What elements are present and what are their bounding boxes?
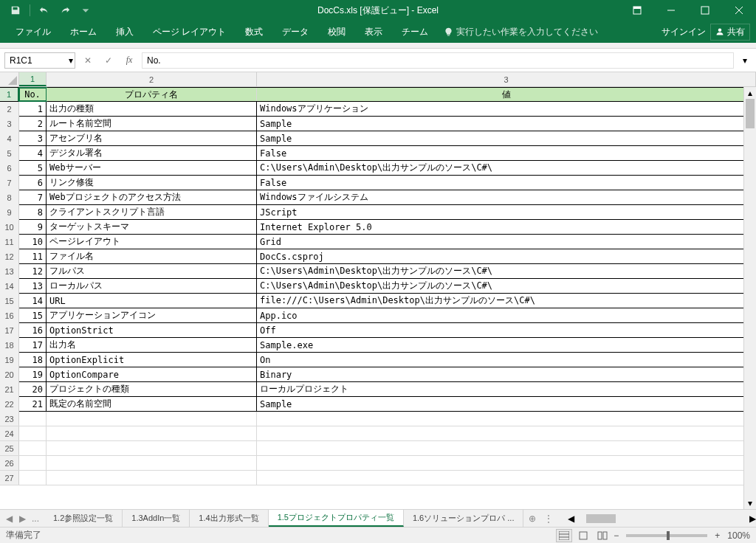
cell[interactable]: ローカルプロジェクト [257, 382, 756, 397]
tab-insert[interactable]: 挿入 [106, 21, 143, 43]
row-header[interactable]: 4 [0, 131, 19, 146]
row-header[interactable]: 18 [0, 338, 19, 353]
cell[interactable]: App.ico [257, 308, 756, 323]
cell[interactable]: 20 [19, 382, 47, 397]
cell[interactable]: Grid [257, 235, 756, 249]
cell[interactable]: No. [19, 88, 47, 101]
cell[interactable]: ローカルパス [47, 279, 257, 294]
cell[interactable]: フルパス [47, 264, 257, 279]
cell[interactable]: 5 [19, 161, 47, 176]
cell[interactable]: アセンブリ名 [47, 131, 257, 146]
cell[interactable] [19, 412, 47, 426]
tab-file[interactable]: ファイル [6, 21, 61, 43]
scroll-left-icon[interactable]: ◀ [568, 513, 574, 524]
row-header[interactable]: 5 [0, 146, 19, 161]
sheet-nav-prev[interactable]: ◀ [3, 513, 15, 524]
sheet-nav-ellipsis[interactable]: ... [30, 513, 41, 524]
cell[interactable]: 17 [19, 338, 47, 353]
share-button[interactable]: 共有 [710, 24, 750, 41]
row-header[interactable]: 3 [0, 117, 19, 131]
close-button[interactable] [722, 0, 756, 21]
insert-function-button[interactable]: fx [121, 52, 137, 69]
row-header[interactable]: 16 [0, 308, 19, 323]
cell[interactable]: 4 [19, 146, 47, 161]
scroll-up-icon[interactable]: ▴ [744, 87, 756, 99]
row-header[interactable]: 12 [0, 249, 19, 264]
cell[interactable]: 1 [19, 102, 47, 117]
view-pagebreak-button[interactable] [594, 529, 611, 542]
cell[interactable]: デジタル署名 [47, 146, 257, 161]
row-header[interactable]: 8 [0, 190, 19, 205]
cell[interactable]: OptionStrict [47, 323, 257, 338]
view-normal-button[interactable] [556, 529, 572, 542]
view-pagelayout-button[interactable] [575, 529, 591, 542]
row-header[interactable]: 20 [0, 367, 19, 382]
tab-home[interactable]: ホーム [61, 21, 106, 43]
tab-formulas[interactable]: 数式 [236, 21, 272, 43]
undo-button[interactable] [35, 1, 54, 20]
row-header[interactable]: 25 [0, 441, 19, 455]
row-header[interactable]: 27 [0, 471, 19, 485]
vertical-scrollbar[interactable]: ▴ ▾ [743, 87, 756, 509]
cell[interactable]: file:///C:\Users\Admin\Desktop\出力サンプルのソー… [257, 294, 756, 308]
cell[interactable]: C:\Users\Admin\Desktop\出力サンプルのソース\C#\ [257, 161, 756, 176]
cell[interactable]: URL [47, 294, 257, 308]
cell[interactable]: 既定の名前空間 [47, 397, 257, 412]
cell[interactable] [47, 441, 257, 455]
sheet-menu-button[interactable]: ⋮ [541, 510, 556, 527]
tab-pagelayout[interactable]: ページ レイアウト [143, 21, 236, 43]
name-box[interactable]: R1C1 ▾ [4, 52, 75, 69]
cell[interactable]: C:\Users\Admin\Desktop\出力サンプルのソース\C#\ [257, 279, 756, 294]
qat-customize-button[interactable] [76, 1, 95, 20]
cell[interactable]: プロパティ名 [47, 88, 257, 101]
minimize-button[interactable] [654, 0, 688, 21]
scroll-right-icon[interactable]: ▶ [749, 513, 756, 524]
cell[interactable]: Sample [257, 117, 756, 131]
cell[interactable]: 15 [19, 308, 47, 323]
cell[interactable]: False [257, 176, 756, 190]
row-header[interactable]: 9 [0, 205, 19, 220]
signin-link[interactable]: サインイン [662, 26, 706, 38]
zoom-in-button[interactable]: + [715, 530, 720, 541]
col-header-3[interactable]: 3 [257, 72, 756, 86]
cell[interactable]: 13 [19, 279, 47, 294]
cell[interactable]: C:\Users\Admin\Desktop\出力サンプルのソース\C#\ [257, 264, 756, 279]
sheet-tab[interactable]: 1.4出力形式一覧 [190, 510, 268, 527]
cell[interactable]: 11 [19, 249, 47, 264]
ribbon-options-button[interactable] [620, 0, 654, 21]
cell[interactable]: 値 [257, 88, 756, 101]
row-header[interactable]: 24 [0, 426, 19, 440]
row-header[interactable]: 13 [0, 264, 19, 279]
sheet-tab[interactable]: 1.3AddIn一覧 [123, 510, 190, 527]
cell[interactable]: On [257, 353, 756, 367]
cell[interactable]: アプリケーションアイコン [47, 308, 257, 323]
cell[interactable]: Webサーバー [47, 161, 257, 176]
save-button[interactable] [6, 1, 25, 20]
row-header[interactable]: 6 [0, 161, 19, 176]
cell[interactable] [257, 412, 756, 426]
row-header[interactable]: 15 [0, 294, 19, 308]
cell[interactable]: Binary [257, 367, 756, 382]
sheet-tab[interactable]: 1.6ソリューションプロパ ... [404, 510, 524, 527]
cell[interactable]: Webプロジェクトのアクセス方法 [47, 190, 257, 205]
maximize-button[interactable] [688, 0, 722, 21]
cell[interactable] [257, 426, 756, 440]
cell[interactable]: 21 [19, 397, 47, 412]
cell[interactable]: False [257, 146, 756, 161]
cell[interactable]: ページレイアウト [47, 235, 257, 249]
cell[interactable] [257, 456, 756, 470]
cell[interactable] [257, 471, 756, 485]
cell[interactable]: 18 [19, 353, 47, 367]
cell[interactable]: Sample.exe [257, 338, 756, 353]
cell[interactable] [19, 456, 47, 470]
row-header[interactable]: 1 [0, 88, 19, 101]
redo-button[interactable] [55, 1, 75, 20]
horizontal-scrollbar[interactable]: ◀ ▶ [568, 510, 756, 527]
cell[interactable] [47, 412, 257, 426]
cell[interactable]: DocCs.csproj [257, 249, 756, 264]
cell[interactable]: クライアントスクリプト言語 [47, 205, 257, 220]
enter-formula-button[interactable]: ✓ [100, 52, 117, 69]
tab-team[interactable]: チーム [392, 21, 438, 43]
row-header[interactable]: 10 [0, 220, 19, 235]
sheet-tab[interactable]: 1.5プロジェクトプロパティ一覧 [269, 510, 404, 527]
